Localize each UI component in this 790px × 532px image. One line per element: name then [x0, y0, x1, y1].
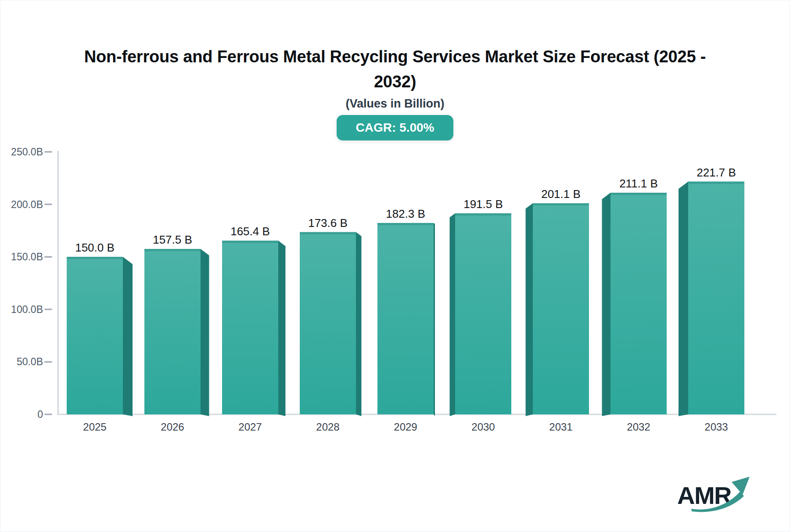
bar-value-label: 173.6 B	[308, 216, 348, 230]
bar-top-face	[688, 182, 744, 184]
bar-front-face	[533, 203, 589, 414]
growth-arrow-icon	[688, 474, 754, 514]
bar-value-label: 221.7 B	[697, 166, 736, 179]
bar-group-2032[interactable]: 211.1 B	[602, 177, 667, 416]
y-axis-label: 250.0B	[11, 146, 43, 158]
y-axis-label: 150.0B	[11, 251, 43, 262]
bar-front-face	[67, 257, 123, 414]
y-axis-label: 0	[37, 409, 43, 420]
chart-header: Non-ferrous and Ferrous Metal Recycling …	[0, 44, 790, 140]
x-axis-label: 2030	[471, 421, 495, 433]
chart-subtitle: (Values in Billion)	[0, 97, 790, 111]
bar-group-2028[interactable]: 173.6 B	[300, 216, 362, 416]
bar-value-label: 191.5 B	[463, 198, 503, 211]
bar-top-face	[144, 249, 201, 251]
bar-top-face	[610, 193, 667, 195]
bar-group-2031[interactable]: 201.1 B	[526, 187, 589, 416]
bar-front-face	[377, 223, 434, 414]
y-axis-label: 50.0B	[17, 356, 43, 367]
bar-side-face	[450, 213, 456, 416]
y-tick-mark	[44, 256, 52, 258]
amr-logo: AMR	[677, 482, 747, 510]
x-axis-label: 2033	[704, 421, 728, 433]
y-tick-mark	[44, 309, 52, 310]
bar-side-face	[679, 182, 688, 416]
chart-title-line1: Non-ferrous and Ferrous Metal Recycling …	[0, 44, 790, 69]
bar-side-face	[602, 193, 610, 416]
bar-top-face	[533, 203, 589, 205]
bar-value-label: 211.1 B	[619, 177, 658, 190]
bar-side-face	[526, 203, 533, 416]
bar-top-face	[222, 241, 278, 243]
x-axis-label: 2029	[394, 421, 417, 433]
bar-side-face	[356, 232, 362, 416]
bar-front-face	[455, 213, 511, 414]
chart-title: Non-ferrous and Ferrous Metal Recycling …	[0, 44, 790, 94]
y-tick-mark	[44, 204, 52, 205]
bar-front-face	[300, 232, 356, 414]
bar-value-label: 182.3 B	[386, 207, 425, 220]
bar-front-face	[144, 249, 201, 414]
bar-group-2025[interactable]: 150.0 B	[67, 241, 133, 416]
bar-front-face	[222, 241, 278, 414]
x-axis-label: 2025	[83, 421, 106, 433]
bar-side-face	[123, 257, 133, 416]
bar-front-face	[610, 193, 667, 414]
bar-side-face	[434, 223, 435, 416]
y-tick-mark	[44, 413, 52, 415]
bar-side-face	[278, 241, 285, 416]
x-axis-label: 2028	[316, 421, 339, 433]
x-axis-label: 2026	[161, 421, 184, 433]
x-axis-label: 2027	[238, 421, 262, 433]
chart-page: Non-ferrous and Ferrous Metal Recycling …	[0, 0, 790, 532]
bar-top-face	[455, 213, 511, 216]
bar-value-label: 201.1 B	[541, 187, 581, 201]
bar-top-face	[300, 232, 356, 234]
bar-group-2027[interactable]: 165.4 B	[222, 225, 285, 416]
y-axis-label: 200.0B	[11, 199, 43, 210]
bar-value-label: 157.5 B	[153, 233, 192, 246]
market-size-chart: 050.0B100.0B150.0B200.0B250.0B150.0 B202…	[0, 132, 790, 466]
bar-side-face	[201, 249, 209, 416]
y-tick-mark	[44, 361, 52, 363]
y-axis-label: 100.0B	[11, 304, 43, 315]
bar-value-label: 150.0 B	[75, 241, 115, 254]
bar-group-2030[interactable]: 191.5 B	[450, 198, 512, 416]
bar-group-2033[interactable]: 221.7 B	[679, 166, 744, 416]
bar-top-face	[377, 223, 434, 225]
bar-group-2026[interactable]: 157.5 B	[144, 233, 209, 416]
chart-title-line2: 2032)	[0, 69, 790, 94]
y-tick-mark	[44, 151, 52, 153]
x-axis-label: 2032	[627, 421, 650, 433]
bar-group-2029[interactable]: 182.3 B	[377, 207, 435, 416]
bar-front-face	[688, 182, 744, 414]
bar-top-face	[67, 257, 123, 259]
bar-chart-canvas: 050.0B100.0B150.0B200.0B250.0B150.0 B202…	[0, 132, 790, 466]
y-axis-line	[57, 151, 59, 415]
bar-value-label: 165.4 B	[230, 225, 270, 238]
x-axis-label: 2031	[549, 421, 572, 433]
